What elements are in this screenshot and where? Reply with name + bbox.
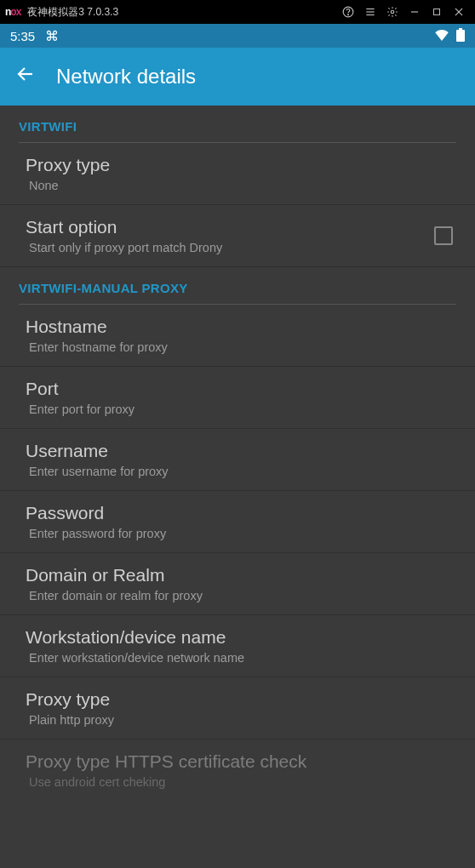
back-arrow-icon[interactable] bbox=[15, 64, 36, 89]
battery-icon bbox=[456, 28, 465, 44]
row-sub: Enter password for proxy bbox=[26, 527, 456, 540]
row-proxy-type-manual[interactable]: Proxy type Plain http proxy bbox=[0, 677, 475, 740]
minimize-icon[interactable] bbox=[403, 6, 426, 18]
page-title: Network details bbox=[56, 65, 196, 89]
row-proxy-type[interactable]: Proxy type None bbox=[0, 143, 475, 205]
command-icon: ⌘ bbox=[45, 28, 59, 44]
row-password[interactable]: Password Enter password for proxy bbox=[0, 491, 475, 553]
row-start-option[interactable]: Start option Start only if proxy port ma… bbox=[0, 205, 475, 267]
row-label: Username bbox=[26, 441, 456, 461]
gear-icon[interactable] bbox=[381, 6, 403, 18]
row-domain-realm[interactable]: Domain or Realm Enter domain or realm fo… bbox=[0, 553, 475, 615]
help-icon[interactable] bbox=[337, 6, 359, 18]
row-label: Password bbox=[26, 503, 456, 523]
row-label: Proxy type bbox=[26, 689, 456, 710]
row-sub: Enter workstation/device network name bbox=[26, 651, 456, 665]
row-workstation[interactable]: Workstation/device name Enter workstatio… bbox=[0, 615, 475, 677]
row-label: Workstation/device name bbox=[26, 627, 456, 648]
row-sub: Use android cert cheking bbox=[26, 775, 456, 789]
row-https-cert-check: Proxy type HTTPS certificate check Use a… bbox=[0, 740, 475, 801]
emulator-title: 夜神模拟器3 7.0.3.3 bbox=[27, 5, 118, 20]
row-sub: Enter port for proxy bbox=[26, 403, 456, 416]
app-bar: Network details bbox=[0, 48, 475, 106]
row-hostname[interactable]: Hostname Enter hostname for proxy bbox=[0, 305, 475, 367]
svg-rect-7 bbox=[434, 9, 440, 15]
wifi-icon bbox=[434, 29, 449, 43]
nox-logo: nox bbox=[5, 6, 20, 18]
svg-rect-10 bbox=[456, 30, 465, 42]
emulator-titlebar: nox 夜神模拟器3 7.0.3.3 bbox=[0, 0, 475, 24]
status-time: 5:35 bbox=[10, 29, 35, 43]
row-label: Domain or Realm bbox=[26, 565, 456, 585]
section-header-virtwifi: VIRTWIFI bbox=[0, 106, 475, 142]
section-header-manual-proxy: VIRTWIFI-MANUAL PROXY bbox=[0, 267, 475, 304]
svg-rect-11 bbox=[459, 28, 462, 30]
android-statusbar: 5:35 ⌘ bbox=[0, 24, 475, 48]
row-label: Proxy type bbox=[26, 155, 456, 175]
row-label: Proxy type HTTPS certificate check bbox=[26, 751, 456, 772]
svg-point-5 bbox=[391, 10, 394, 14]
menu-icon[interactable] bbox=[359, 6, 381, 18]
maximize-icon[interactable] bbox=[426, 7, 448, 17]
row-sub: Enter hostname for proxy bbox=[26, 340, 456, 354]
row-sub: Start only if proxy port match Drony bbox=[26, 241, 456, 254]
row-label: Start option bbox=[26, 217, 456, 237]
svg-point-1 bbox=[348, 14, 349, 15]
close-icon[interactable] bbox=[448, 6, 470, 18]
row-port[interactable]: Port Enter port for proxy bbox=[0, 367, 475, 429]
row-username[interactable]: Username Enter username for proxy bbox=[0, 429, 475, 491]
row-sub: Enter domain or realm for proxy bbox=[26, 589, 456, 602]
row-label: Port bbox=[26, 379, 456, 399]
row-sub: Enter username for proxy bbox=[26, 465, 456, 478]
row-sub: None bbox=[26, 179, 456, 192]
settings-list: VIRTWIFI Proxy type None Start option St… bbox=[0, 106, 475, 868]
row-label: Hostname bbox=[26, 317, 456, 337]
start-option-checkbox[interactable] bbox=[434, 226, 453, 245]
row-sub: Plain http proxy bbox=[26, 713, 456, 727]
